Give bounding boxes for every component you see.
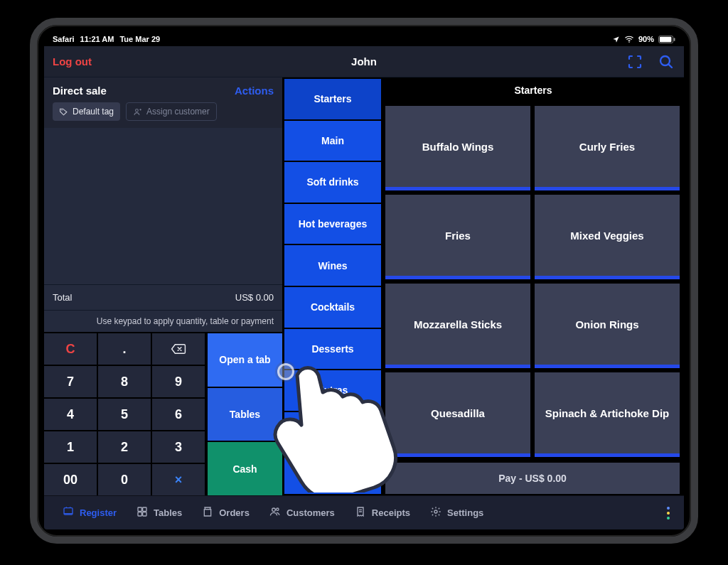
category-other[interactable]: Other bbox=[284, 412, 381, 453]
key-2[interactable]: 2 bbox=[98, 431, 151, 463]
key-1[interactable]: 1 bbox=[44, 431, 97, 463]
svg-rect-10 bbox=[138, 512, 141, 516]
svg-rect-8 bbox=[138, 507, 141, 511]
status-bar: Safari 11:21 AM Tue Mar 29 90% bbox=[44, 32, 684, 46]
key-dot[interactable]: . bbox=[98, 333, 151, 365]
product-spinach-artichoke[interactable]: Spinach & Artichoke Dip bbox=[535, 372, 680, 457]
cash-button[interactable]: Cash bbox=[208, 442, 282, 495]
svg-rect-9 bbox=[143, 507, 146, 511]
status-time: 11:21 AM bbox=[80, 35, 114, 43]
products-panel: Starters Buffalo Wings Curly Fries Fries… bbox=[382, 77, 684, 495]
receipts-icon bbox=[355, 506, 366, 520]
tab-orders[interactable]: Orders bbox=[195, 502, 257, 524]
tables-button[interactable]: Tables bbox=[208, 388, 282, 441]
screen: Safari 11:21 AM Tue Mar 29 90% Log out J bbox=[44, 32, 684, 529]
product-onion-rings[interactable]: Onion Rings bbox=[535, 284, 680, 368]
sale-type-label: Direct sale bbox=[53, 85, 107, 97]
default-tag-label: Default tag bbox=[73, 107, 114, 117]
key-7[interactable]: 7 bbox=[44, 366, 97, 397]
product-curly-fries[interactable]: Curly Fries bbox=[535, 106, 680, 190]
product-buffalo-wings[interactable]: Buffalo Wings bbox=[385, 106, 530, 190]
category-desserts[interactable]: Desserts bbox=[284, 329, 381, 370]
cart-empty-area bbox=[44, 128, 282, 284]
tab-settings-label: Settings bbox=[447, 507, 483, 518]
key-8[interactable]: 8 bbox=[98, 366, 151, 397]
svg-point-12 bbox=[272, 508, 276, 512]
sale-panel: Direct sale Actions Default tag Assign c… bbox=[44, 77, 283, 495]
open-tab-button[interactable]: Open a tab bbox=[208, 333, 282, 387]
svg-point-14 bbox=[434, 510, 437, 513]
svg-point-13 bbox=[277, 508, 279, 510]
category-column: Starters Main Soft drinks Hot beverages … bbox=[283, 77, 382, 495]
category-wines[interactable]: Wines bbox=[284, 245, 381, 286]
category-hot-beverages[interactable]: Hot beverages bbox=[284, 204, 381, 244]
product-fries[interactable]: Fries bbox=[385, 195, 530, 279]
pay-button[interactable]: Pay - US$ 0.00 bbox=[385, 463, 680, 494]
tab-register-label: Register bbox=[80, 507, 117, 518]
svg-point-0 bbox=[628, 41, 629, 42]
assign-customer-chip[interactable]: Assign customer bbox=[126, 102, 217, 121]
total-label: Total bbox=[53, 292, 72, 303]
default-tag-chip[interactable]: Default tag bbox=[53, 102, 120, 121]
key-9[interactable]: 9 bbox=[152, 366, 205, 397]
product-mixed-veggies[interactable]: Mixed Veggies bbox=[535, 195, 680, 279]
wifi-icon bbox=[624, 36, 634, 43]
status-battery-pct: 90% bbox=[638, 35, 654, 43]
keypad-area: C . 7 8 9 4 5 6 1 2 3 00 bbox=[44, 332, 282, 495]
total-row: Total US$ 0.00 bbox=[44, 284, 282, 310]
category-msgs[interactable]: Msgs bbox=[284, 453, 381, 494]
category-main[interactable]: Main bbox=[284, 121, 381, 161]
page-title: John bbox=[351, 55, 377, 68]
category-cocktails[interactable]: Cocktails bbox=[284, 287, 381, 328]
tap-indicator-icon bbox=[277, 363, 294, 380]
key-backspace[interactable] bbox=[152, 333, 205, 365]
tab-orders-label: Orders bbox=[219, 507, 250, 518]
tab-tables-label: Tables bbox=[154, 507, 182, 518]
status-date: Tue Mar 29 bbox=[119, 35, 160, 43]
tab-tables[interactable]: Tables bbox=[129, 502, 189, 524]
gear-icon bbox=[430, 506, 441, 520]
bottom-tab-bar: Register Tables Orders Customers bbox=[44, 495, 684, 529]
sale-header: Direct sale Actions Default tag Assign c… bbox=[44, 77, 282, 128]
product-quesadilla[interactable]: Quesadilla bbox=[385, 372, 530, 457]
product-mozzarella-sticks[interactable]: Mozzarella Sticks bbox=[385, 284, 530, 368]
key-3[interactable]: 3 bbox=[152, 431, 205, 463]
tab-settings[interactable]: Settings bbox=[423, 502, 491, 524]
category-extras[interactable]: Extras bbox=[284, 370, 381, 411]
assign-customer-label: Assign customer bbox=[146, 107, 210, 117]
tab-customers-label: Customers bbox=[287, 507, 335, 518]
app-bar: Log out John bbox=[44, 46, 684, 77]
ipad-frame: Safari 11:21 AM Tue Mar 29 90% Log out J bbox=[30, 18, 698, 544]
tables-icon bbox=[136, 506, 148, 520]
key-clear[interactable]: C bbox=[44, 333, 97, 365]
tab-register[interactable]: Register bbox=[55, 502, 124, 524]
key-00[interactable]: 00 bbox=[44, 464, 97, 495]
keypad-hint: Use keypad to apply quantity, table or p… bbox=[44, 310, 282, 332]
products-header: Starters bbox=[382, 77, 684, 103]
svg-point-6 bbox=[136, 109, 139, 112]
actions-button[interactable]: Actions bbox=[235, 85, 274, 97]
search-icon[interactable] bbox=[657, 53, 675, 71]
category-starters[interactable]: Starters bbox=[284, 79, 381, 119]
key-5[interactable]: 5 bbox=[98, 399, 151, 430]
product-grid: Buffalo Wings Curly Fries Fries Mixed Ve… bbox=[382, 103, 684, 460]
scan-icon[interactable] bbox=[626, 53, 644, 71]
svg-rect-2 bbox=[660, 36, 672, 41]
orders-icon bbox=[202, 506, 213, 520]
tab-receipts-label: Receipts bbox=[372, 507, 410, 518]
svg-rect-3 bbox=[674, 38, 675, 41]
battery-icon bbox=[658, 36, 675, 43]
key-0[interactable]: 0 bbox=[98, 464, 151, 495]
keypad: C . 7 8 9 4 5 6 1 2 3 00 bbox=[44, 333, 205, 495]
register-icon bbox=[63, 506, 74, 520]
key-multiply[interactable]: × bbox=[152, 464, 205, 495]
key-4[interactable]: 4 bbox=[44, 399, 97, 430]
key-6[interactable]: 6 bbox=[152, 399, 205, 430]
svg-rect-11 bbox=[143, 512, 146, 516]
tab-receipts[interactable]: Receipts bbox=[348, 502, 417, 524]
more-menu-icon[interactable] bbox=[667, 507, 673, 520]
main-area: Direct sale Actions Default tag Assign c… bbox=[44, 77, 684, 495]
tab-customers[interactable]: Customers bbox=[262, 502, 342, 524]
category-soft-drinks[interactable]: Soft drinks bbox=[284, 162, 381, 203]
logout-button[interactable]: Log out bbox=[53, 55, 92, 68]
